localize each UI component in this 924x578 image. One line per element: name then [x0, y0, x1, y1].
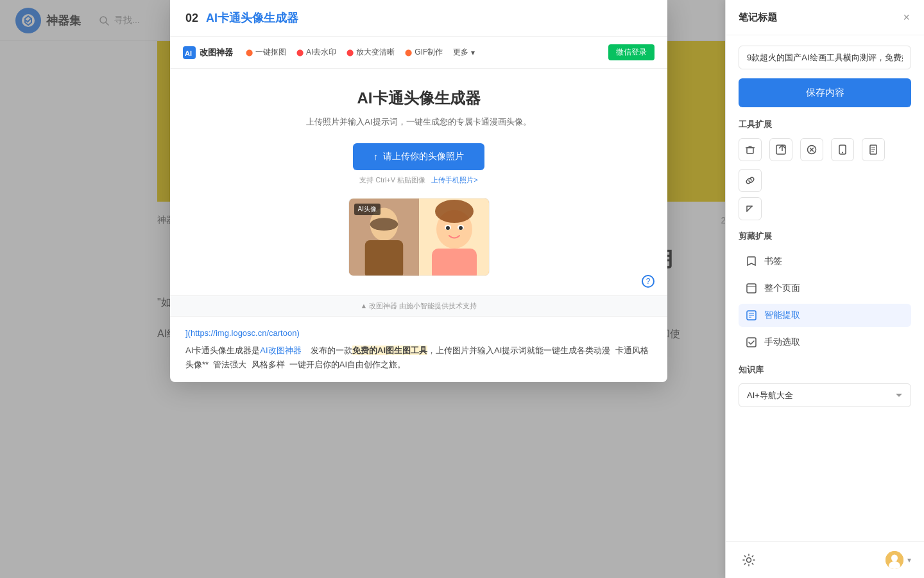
nav-label-4: GIF制作: [415, 47, 443, 58]
user-area[interactable]: ▾: [886, 551, 911, 569]
tool-nav-item-1[interactable]: ⬤ 一键抠图: [246, 47, 286, 58]
svg-rect-32: [747, 284, 756, 293]
nav-label-more: 更多: [453, 47, 468, 58]
modal-header: 02 AI卡通头像生成器: [170, 0, 667, 37]
nav-label-1: 一键抠图: [255, 47, 286, 58]
mobile-icon: [838, 144, 847, 155]
knowledge-select-wrapper: AI+导航大全: [739, 383, 911, 407]
tool-nav-item-more[interactable]: 更多 ▾: [453, 47, 475, 58]
dot-2: ⬤: [296, 49, 304, 56]
save-content-button[interactable]: 保存内容: [739, 78, 911, 107]
knowledge-select[interactable]: AI+导航大全: [739, 383, 911, 407]
tool-nav-items: ⬤ 一键抠图 ⬤ AI去水印 ⬤ 放大变清晰 ⬤ GIF制作 更多 ▾: [246, 47, 475, 58]
tool-help-icon[interactable]: ?: [642, 275, 654, 288]
tool-logo-icon: AI: [183, 46, 196, 59]
tool-icon-trash[interactable]: [739, 138, 762, 161]
tool-preview-nav: AI 改图神器 ⬤ 一键抠图 ⬤ AI去水印 ⬤ 放大变清晰 ⬤: [170, 37, 667, 69]
tool-preview: AI 改图神器 ⬤ 一键抠图 ⬤ AI去水印 ⬤ 放大变清晰 ⬤: [170, 37, 667, 317]
smart-extract-icon: [745, 309, 758, 322]
svg-text:AI: AI: [185, 49, 192, 57]
bookmark-icon: [745, 255, 758, 268]
corner-icon: [745, 204, 755, 214]
dot-4: ⬤: [405, 49, 412, 56]
tool-login-label: 微信登录: [616, 48, 647, 57]
svg-point-15: [435, 200, 474, 223]
panel-body: 保存内容 工具扩展: [726, 35, 924, 541]
tool-nav-item-2[interactable]: ⬤ AI去水印: [296, 47, 336, 58]
tool-icon-corner-row: [739, 197, 911, 220]
tool-main-content: AI卡通头像生成器 上传照片并输入AI提示词，一键生成您的专属卡通漫画头像。 ↑…: [170, 69, 667, 295]
tool-footer-note: ▲ 改图神器 由施小智能提供技术支持: [170, 295, 667, 316]
svg-line-31: [747, 206, 752, 211]
tool-login-btn[interactable]: 微信登录: [608, 44, 654, 60]
dot-3: ⬤: [346, 49, 354, 56]
tool-nav-item-3[interactable]: ⬤ 放大变清晰: [346, 47, 395, 58]
panel-footer: ▾: [726, 541, 924, 578]
desc-brand: AI改图神器: [260, 346, 301, 355]
tool-upload-button[interactable]: ↑ 请上传你的头像照片: [353, 143, 484, 170]
user-chevron-icon: ▾: [907, 556, 911, 565]
nav-more-arrow: ▾: [471, 48, 475, 57]
svg-rect-17: [747, 148, 753, 153]
clip-item-smart[interactable]: 智能提取: [739, 304, 911, 327]
tool-preview-logo: AI 改图神器: [183, 46, 233, 59]
hint-link[interactable]: 上传手机照片>: [431, 176, 477, 184]
tool-icon-export[interactable]: [769, 138, 792, 161]
demo-after: [419, 198, 489, 276]
trash-icon: [745, 144, 755, 155]
svg-point-39: [747, 558, 751, 563]
modal-popup: 02 AI卡通头像生成器 AI 改图神器 ⬤ 一键抠图 ⬤ AI去水印: [170, 0, 667, 382]
clip-item-smart-label: 智能提取: [764, 310, 800, 321]
panel-title: 笔记标题: [739, 12, 777, 24]
tool-logo-text: 改图神器: [200, 47, 233, 58]
clip-items-list: 书签 整个页面: [739, 250, 911, 354]
tool-icon-close-circle[interactable]: [800, 138, 823, 161]
tool-demo-image: AI头像: [348, 198, 490, 276]
user-avatar: [886, 551, 903, 569]
tool-icon-link[interactable]: [739, 169, 762, 192]
clip-item-fullpage[interactable]: 整个页面: [739, 277, 911, 300]
tool-icon-mobile[interactable]: [831, 138, 854, 161]
close-button[interactable]: ×: [902, 10, 911, 24]
tool-icons-row: [739, 138, 911, 192]
nav-label-3: 放大变清晰: [356, 47, 395, 58]
upload-icon: ↑: [373, 152, 378, 162]
tool-extension-title: 工具扩展: [739, 119, 911, 130]
tool-title: AI卡通头像生成器: [196, 88, 642, 109]
svg-point-41: [891, 555, 898, 562]
document-icon: [869, 144, 878, 155]
right-panel: 笔记标题 × 保存内容 工具扩展: [725, 0, 924, 578]
demo-label: AI头像: [354, 204, 381, 215]
export-icon: [776, 144, 786, 155]
hint-text: 支持 Ctrl+V 粘贴图像: [359, 176, 425, 184]
modal-link[interactable]: ](https://img.logosc.cn/cartoon): [185, 328, 300, 338]
modal-description: AI卡通头像生成器是AI改图神器 发布的一款免费的AI图生图工具，上传图片并输入…: [185, 344, 652, 372]
svg-rect-16: [432, 249, 477, 276]
tool-icon-document[interactable]: [862, 138, 885, 161]
note-title-input[interactable]: [739, 46, 911, 69]
clip-item-manual[interactable]: 手动选取: [739, 331, 911, 354]
settings-icon[interactable]: [739, 550, 759, 570]
tool-icon-corner[interactable]: [739, 197, 762, 220]
svg-point-8: [370, 218, 398, 231]
clip-section: 剪藏扩展 书签: [739, 231, 911, 354]
modal-number: 02: [185, 12, 198, 25]
svg-point-26: [842, 152, 843, 153]
manual-select-icon: [745, 336, 758, 349]
svg-rect-38: [747, 338, 756, 347]
clip-item-manual-label: 手动选取: [764, 337, 800, 348]
link-icon: [745, 175, 755, 186]
clip-item-bookmark-label: 书签: [764, 256, 782, 267]
knowledge-title: 知识库: [739, 364, 911, 376]
svg-point-14: [459, 226, 463, 230]
fullpage-icon: [745, 282, 758, 295]
close-circle-icon: [807, 144, 817, 155]
clip-item-bookmark[interactable]: 书签: [739, 250, 911, 273]
clip-item-fullpage-label: 整个页面: [764, 283, 800, 294]
tool-nav-item-4[interactable]: ⬤ GIF制作: [405, 47, 443, 58]
desc-free-tag: 免费的AI图生图工具: [352, 346, 427, 355]
tool-subtitle: 上传照片并输入AI提示词，一键生成您的专属卡通漫画头像。: [196, 116, 642, 128]
modal-text-area: ](https://img.logosc.cn/cartoon) AI卡通头像生…: [170, 317, 667, 382]
after-person-svg: [419, 198, 489, 276]
modal-title: AI卡通头像生成器: [206, 10, 298, 26]
